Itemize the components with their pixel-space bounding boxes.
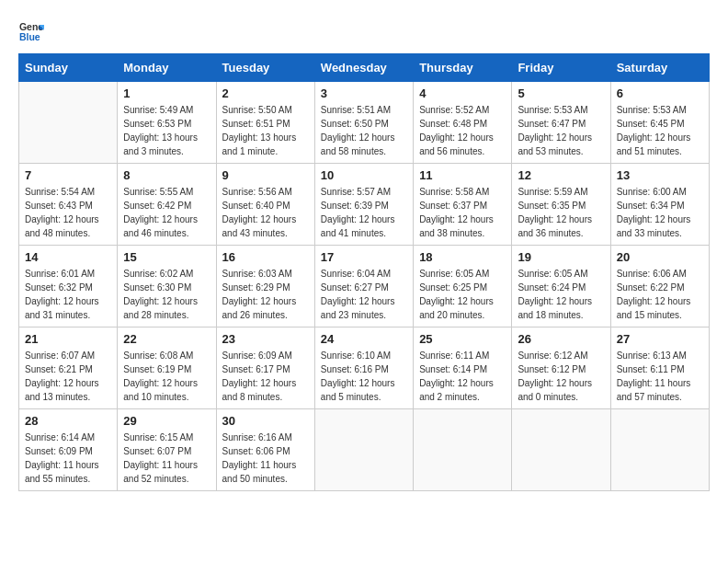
logo-icon: General Blue [18, 18, 44, 44]
day-number: 18 [419, 250, 506, 264]
day-number: 11 [419, 168, 506, 182]
calendar-cell: 13Sunrise: 6:00 AM Sunset: 6:34 PM Dayli… [610, 164, 709, 246]
logo: General Blue [18, 18, 48, 44]
day-info: Sunrise: 6:10 AM Sunset: 6:16 PM Dayligh… [321, 349, 407, 404]
day-number: 15 [123, 250, 210, 264]
day-number: 28 [25, 414, 111, 428]
calendar-cell: 23Sunrise: 6:09 AM Sunset: 6:17 PM Dayli… [216, 327, 314, 409]
calendar-cell: 24Sunrise: 6:10 AM Sunset: 6:16 PM Dayli… [314, 327, 413, 409]
weekday-header-tuesday: Tuesday [216, 54, 314, 82]
calendar-cell: 10Sunrise: 5:57 AM Sunset: 6:39 PM Dayli… [314, 164, 413, 246]
day-info: Sunrise: 6:03 AM Sunset: 6:29 PM Dayligh… [222, 267, 309, 322]
calendar-cell: 11Sunrise: 5:58 AM Sunset: 6:37 PM Dayli… [414, 164, 512, 246]
day-number: 13 [617, 168, 703, 182]
day-number: 2 [222, 86, 309, 100]
svg-text:Blue: Blue [19, 31, 40, 42]
day-number: 4 [419, 86, 506, 100]
calendar-header-row: SundayMondayTuesdayWednesdayThursdayFrid… [19, 54, 710, 82]
day-info: Sunrise: 5:54 AM Sunset: 6:43 PM Dayligh… [25, 185, 111, 240]
day-info: Sunrise: 5:55 AM Sunset: 6:42 PM Dayligh… [123, 185, 210, 240]
day-info: Sunrise: 5:51 AM Sunset: 6:50 PM Dayligh… [321, 103, 407, 158]
calendar-cell: 2Sunrise: 5:50 AM Sunset: 6:51 PM Daylig… [216, 82, 314, 164]
calendar-cell: 6Sunrise: 5:53 AM Sunset: 6:45 PM Daylig… [610, 82, 709, 164]
weekday-header-sunday: Sunday [19, 54, 118, 82]
day-number: 16 [222, 250, 309, 264]
day-info: Sunrise: 6:01 AM Sunset: 6:32 PM Dayligh… [25, 267, 111, 322]
day-info: Sunrise: 6:14 AM Sunset: 6:09 PM Dayligh… [25, 431, 111, 486]
day-number: 25 [419, 332, 506, 346]
calendar-cell: 27Sunrise: 6:13 AM Sunset: 6:11 PM Dayli… [610, 327, 709, 409]
day-number: 5 [518, 86, 604, 100]
day-info: Sunrise: 6:12 AM Sunset: 6:12 PM Dayligh… [518, 349, 604, 404]
calendar-cell: 12Sunrise: 5:59 AM Sunset: 6:35 PM Dayli… [512, 164, 610, 246]
calendar-cell: 21Sunrise: 6:07 AM Sunset: 6:21 PM Dayli… [19, 327, 118, 409]
day-number: 3 [321, 86, 407, 100]
calendar-cell: 22Sunrise: 6:08 AM Sunset: 6:19 PM Dayli… [118, 327, 216, 409]
day-info: Sunrise: 5:56 AM Sunset: 6:40 PM Dayligh… [222, 185, 309, 240]
day-info: Sunrise: 6:08 AM Sunset: 6:19 PM Dayligh… [123, 349, 210, 404]
day-number: 9 [222, 168, 309, 182]
day-number: 8 [123, 168, 210, 182]
day-info: Sunrise: 6:09 AM Sunset: 6:17 PM Dayligh… [222, 349, 309, 404]
day-number: 10 [321, 168, 407, 182]
weekday-header-wednesday: Wednesday [314, 54, 413, 82]
weekday-header-saturday: Saturday [610, 54, 709, 82]
calendar-cell [414, 409, 512, 491]
calendar-table: SundayMondayTuesdayWednesdayThursdayFrid… [18, 53, 710, 491]
calendar-cell [610, 409, 709, 491]
day-info: Sunrise: 6:02 AM Sunset: 6:30 PM Dayligh… [123, 267, 210, 322]
calendar-week-1: 1Sunrise: 5:49 AM Sunset: 6:53 PM Daylig… [19, 82, 710, 164]
day-number: 24 [321, 332, 407, 346]
day-number: 22 [123, 332, 210, 346]
day-info: Sunrise: 6:05 AM Sunset: 6:25 PM Dayligh… [419, 267, 506, 322]
calendar-cell: 1Sunrise: 5:49 AM Sunset: 6:53 PM Daylig… [118, 82, 216, 164]
calendar-cell: 5Sunrise: 5:53 AM Sunset: 6:47 PM Daylig… [512, 82, 610, 164]
day-number: 17 [321, 250, 407, 264]
calendar-cell: 20Sunrise: 6:06 AM Sunset: 6:22 PM Dayli… [610, 246, 709, 327]
day-info: Sunrise: 6:16 AM Sunset: 6:06 PM Dayligh… [222, 431, 309, 486]
weekday-header-thursday: Thursday [414, 54, 512, 82]
calendar-cell [512, 409, 610, 491]
day-info: Sunrise: 5:50 AM Sunset: 6:51 PM Dayligh… [222, 103, 309, 158]
calendar-cell: 26Sunrise: 6:12 AM Sunset: 6:12 PM Dayli… [512, 327, 610, 409]
day-number: 19 [518, 250, 604, 264]
calendar-cell: 7Sunrise: 5:54 AM Sunset: 6:43 PM Daylig… [19, 164, 118, 246]
day-info: Sunrise: 5:52 AM Sunset: 6:48 PM Dayligh… [419, 103, 506, 158]
day-info: Sunrise: 6:11 AM Sunset: 6:14 PM Dayligh… [419, 349, 506, 404]
calendar-cell: 14Sunrise: 6:01 AM Sunset: 6:32 PM Dayli… [19, 246, 118, 327]
calendar-cell: 4Sunrise: 5:52 AM Sunset: 6:48 PM Daylig… [414, 82, 512, 164]
day-info: Sunrise: 6:15 AM Sunset: 6:07 PM Dayligh… [123, 431, 210, 486]
day-number: 21 [25, 332, 111, 346]
day-number: 30 [222, 414, 309, 428]
calendar-cell [314, 409, 413, 491]
calendar-cell: 19Sunrise: 6:05 AM Sunset: 6:24 PM Dayli… [512, 246, 610, 327]
calendar-week-2: 7Sunrise: 5:54 AM Sunset: 6:43 PM Daylig… [19, 164, 710, 246]
day-info: Sunrise: 6:04 AM Sunset: 6:27 PM Dayligh… [321, 267, 407, 322]
day-number: 23 [222, 332, 309, 346]
day-info: Sunrise: 5:53 AM Sunset: 6:45 PM Dayligh… [617, 103, 703, 158]
calendar-cell: 15Sunrise: 6:02 AM Sunset: 6:30 PM Dayli… [118, 246, 216, 327]
calendar-cell: 17Sunrise: 6:04 AM Sunset: 6:27 PM Dayli… [314, 246, 413, 327]
calendar-week-4: 21Sunrise: 6:07 AM Sunset: 6:21 PM Dayli… [19, 327, 710, 409]
day-info: Sunrise: 6:07 AM Sunset: 6:21 PM Dayligh… [25, 349, 111, 404]
day-number: 14 [25, 250, 111, 264]
day-number: 26 [518, 332, 604, 346]
day-info: Sunrise: 6:05 AM Sunset: 6:24 PM Dayligh… [518, 267, 604, 322]
calendar-cell: 18Sunrise: 6:05 AM Sunset: 6:25 PM Dayli… [414, 246, 512, 327]
day-number: 6 [617, 86, 703, 100]
calendar-cell: 16Sunrise: 6:03 AM Sunset: 6:29 PM Dayli… [216, 246, 314, 327]
calendar-cell [19, 82, 118, 164]
calendar-cell: 29Sunrise: 6:15 AM Sunset: 6:07 PM Dayli… [118, 409, 216, 491]
weekday-header-monday: Monday [118, 54, 216, 82]
day-number: 1 [123, 86, 210, 100]
day-info: Sunrise: 5:59 AM Sunset: 6:35 PM Dayligh… [518, 185, 604, 240]
day-info: Sunrise: 5:49 AM Sunset: 6:53 PM Dayligh… [123, 103, 210, 158]
day-info: Sunrise: 5:53 AM Sunset: 6:47 PM Dayligh… [518, 103, 604, 158]
day-number: 20 [617, 250, 703, 264]
calendar-cell: 30Sunrise: 6:16 AM Sunset: 6:06 PM Dayli… [216, 409, 314, 491]
calendar-cell: 3Sunrise: 5:51 AM Sunset: 6:50 PM Daylig… [314, 82, 413, 164]
day-info: Sunrise: 6:00 AM Sunset: 6:34 PM Dayligh… [617, 185, 703, 240]
day-number: 12 [518, 168, 604, 182]
day-number: 29 [123, 414, 210, 428]
calendar-cell: 25Sunrise: 6:11 AM Sunset: 6:14 PM Dayli… [414, 327, 512, 409]
